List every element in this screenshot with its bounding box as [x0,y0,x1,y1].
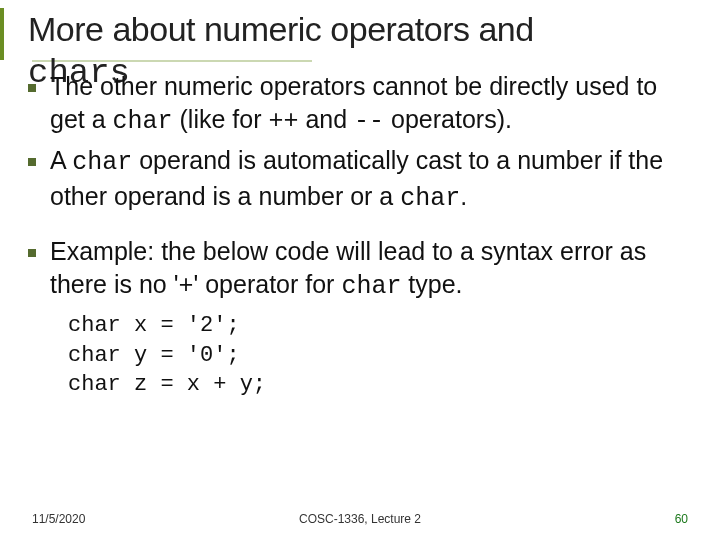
code-inline: ++ [268,107,298,136]
title-text: More about numeric operators and [28,10,534,48]
footer-date: 11/5/2020 [32,512,85,526]
bullet-icon [28,84,36,92]
bullet-icon [28,158,36,166]
slide-footer: 11/5/2020 COSC-1336, Lecture 2 60 [0,512,720,526]
title-area: More about numeric operators and [28,0,692,49]
text-run: . [460,182,467,210]
bullet-text: A char operand is automatically cast to … [50,144,692,215]
footer-page-number: 60 [675,512,688,526]
code-inline: char [341,272,401,301]
bullet-item: A char operand is automatically cast to … [28,144,692,215]
bullet-text: The other numeric operators cannot be di… [50,70,692,138]
text-run: operators). [384,105,512,133]
code-line: char y = '0'; [68,341,692,371]
code-inline: -- [354,107,384,136]
bullet-icon [28,249,36,257]
text-run: (like for [173,105,269,133]
slide-title: More about numeric operators and [28,10,692,49]
text-run: and [298,105,354,133]
code-inline: char [72,148,132,177]
spacer [28,221,692,235]
code-line: char z = x + y; [68,370,692,400]
footer-course: COSC-1336, Lecture 2 [299,512,421,526]
bullet-item: The other numeric operators cannot be di… [28,70,692,138]
bullet-text: Example: the below code will lead to a s… [50,235,692,303]
code-inline: char [113,107,173,136]
slide: More about numeric operators and chars T… [0,0,720,540]
slide-content: The other numeric operators cannot be di… [28,70,692,400]
code-inline: char [400,184,460,213]
code-block: char x = '2'; char y = '0'; char z = x +… [68,311,692,400]
bullet-item: Example: the below code will lead to a s… [28,235,692,303]
text-run: ' operator for [193,270,341,298]
title-accent-bar [0,8,4,60]
code-line: char x = '2'; [68,311,692,341]
text-run: A [50,146,72,174]
text-run: type. [401,270,462,298]
text-run: operand is automatically cast to a numbe… [50,146,663,210]
code-inline: + [178,272,193,301]
